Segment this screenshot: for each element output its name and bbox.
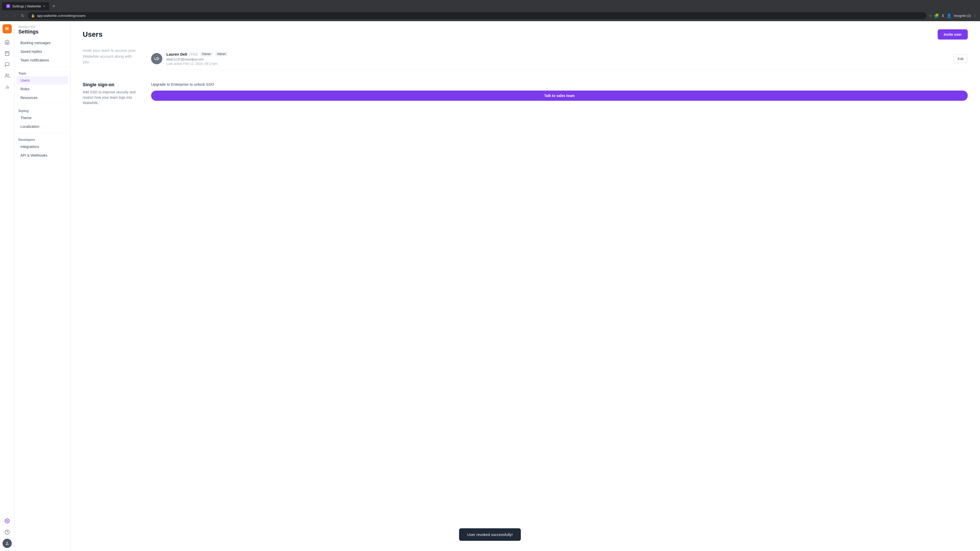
chat-icon: [5, 62, 10, 67]
help-icon: [5, 530, 10, 535]
address-text: app.waitwhile.com/settings/users: [37, 14, 86, 17]
analytics-icon: [5, 84, 10, 89]
sso-section: Single sign-on Add SSO to improve securi…: [83, 82, 968, 106]
users-section: Invite your team to access your Waitwhil…: [83, 48, 968, 70]
sidebar-item-api-webhooks[interactable]: API & Webhooks: [16, 151, 68, 159]
sidebar-divider-2: [14, 104, 70, 104]
sidebar-header: Moodjoy7434 Settings: [14, 25, 70, 39]
sso-desc: Add SSO to improve security and restrict…: [83, 89, 139, 106]
sidebar-section-team: Team: [14, 68, 70, 76]
user-last-active: Last active Feb 12, 2024, 09:17pm: [166, 62, 950, 65]
forward-button[interactable]: →: [11, 12, 18, 19]
user-name-row: Lauren Deli (You) Owner Admin: [166, 52, 950, 56]
reload-button[interactable]: ↻: [19, 12, 26, 19]
tab-title: Settings | Waitwhile: [12, 4, 41, 8]
user-avatar-icon: [5, 541, 10, 546]
owner-badge: Owner: [200, 52, 213, 56]
sidebar-divider-1: [14, 66, 70, 67]
download-icon[interactable]: ⬇: [941, 13, 945, 18]
user-row: LD Lauren Deli (You) Owner Admin ebd11c3…: [151, 48, 968, 70]
talk-to-sales-button[interactable]: Talk to sales team: [151, 91, 968, 101]
browser-chrome: M Settings | Waitwhile × + ← → ↻ 🔒 app.w…: [0, 0, 980, 21]
calendar-icon-btn[interactable]: [3, 49, 12, 58]
profile-icon[interactable]: 👤: [947, 13, 952, 18]
user-info: Lauren Deli (You) Owner Admin ebd11c37@m…: [166, 52, 950, 65]
tab-favicon: M: [6, 4, 10, 8]
sidebar-item-localization[interactable]: Localization: [16, 122, 68, 130]
sidebar-item-roles[interactable]: Roles: [16, 85, 68, 93]
home-icon-btn[interactable]: [3, 38, 12, 47]
calendar-icon: [5, 51, 10, 56]
user-email: ebd11c37@moodjoy.com: [166, 57, 950, 61]
avatar: LD: [151, 53, 162, 64]
incognito-label: Incognito (2): [954, 14, 971, 17]
active-tab[interactable]: M Settings | Waitwhile ×: [2, 2, 49, 10]
admin-badge: Admin: [215, 52, 228, 56]
edit-user-button[interactable]: Edit: [953, 55, 968, 63]
user-you-label: (You): [189, 52, 198, 56]
toast-message: User revoked successfully!: [467, 532, 513, 537]
main-content: Users Invite user Invite your team to ac…: [70, 21, 980, 551]
sso-upgrade-text: Upgrade to Enterprise to unlock SSO: [151, 82, 968, 86]
nav-actions: ☆ 🧩 ⬇ 👤 Incognito (2) ⋮: [928, 13, 977, 18]
svg-point-11: [6, 541, 8, 543]
sso-title: Single sign-on: [83, 82, 139, 87]
nav-arrows: ← → ↻: [3, 12, 26, 19]
user-avatar-btn[interactable]: [3, 539, 12, 548]
svg-rect-0: [5, 52, 9, 56]
address-bar[interactable]: 🔒 app.waitwhile.com/settings/users: [28, 12, 926, 19]
user-name: Lauren Deli: [166, 52, 187, 56]
svg-point-8: [6, 520, 8, 522]
user-description: Invite your team to access your Waitwhil…: [83, 48, 139, 70]
sidebar: Moodjoy7434 Settings Booking messages Sa…: [14, 21, 70, 551]
sidebar-item-team-notifications[interactable]: Team notifications: [16, 56, 68, 64]
sidebar-account: Moodjoy7434: [18, 25, 66, 28]
chat-icon-btn[interactable]: [3, 60, 12, 69]
extensions-icon[interactable]: 🧩: [934, 13, 939, 18]
sidebar-item-saved-replies[interactable]: Saved replies: [16, 48, 68, 56]
icon-bar: M: [0, 21, 14, 551]
sidebar-section-developers: Developers: [14, 135, 70, 143]
menu-icon[interactable]: ⋮: [973, 13, 977, 18]
sso-content: Upgrade to Enterprise to unlock SSO Talk…: [151, 82, 968, 106]
sidebar-item-theme[interactable]: Theme: [16, 114, 68, 122]
sidebar-section-styling: Styling: [14, 106, 70, 114]
analytics-icon-btn[interactable]: [3, 83, 12, 92]
settings-icon: [5, 518, 10, 524]
toast-notification: User revoked successfully!: [459, 528, 521, 541]
sidebar-item-booking-messages[interactable]: Booking messages: [16, 39, 68, 47]
app-logo[interactable]: M: [3, 24, 12, 33]
settings-icon-btn[interactable]: [3, 516, 12, 526]
sidebar-divider-3: [14, 133, 70, 133]
home-icon: [5, 40, 10, 44]
sidebar-title: Settings: [18, 29, 66, 35]
sidebar-item-integrations[interactable]: Integrations: [16, 143, 68, 151]
new-tab-button[interactable]: +: [50, 2, 57, 10]
svg-point-4: [6, 74, 7, 76]
users-icon-btn[interactable]: [3, 71, 12, 80]
sidebar-item-resources[interactable]: Resources: [16, 94, 68, 102]
bookmark-icon[interactable]: ☆: [928, 13, 932, 18]
app: M Moodjoy7434 Settings: [0, 21, 980, 551]
nav-bar: ← → ↻ 🔒 app.waitwhile.com/settings/users…: [0, 10, 980, 21]
invite-user-button[interactable]: Invite user: [938, 29, 968, 40]
back-button[interactable]: ←: [3, 12, 10, 19]
users-icon: [5, 73, 10, 78]
tab-close-button[interactable]: ×: [43, 4, 45, 8]
sso-description: Single sign-on Add SSO to improve securi…: [83, 82, 139, 106]
sidebar-item-users[interactable]: Users: [16, 76, 68, 84]
help-icon-btn[interactable]: [3, 527, 12, 537]
page-title: Users: [83, 30, 103, 38]
tab-bar: M Settings | Waitwhile × +: [0, 0, 980, 10]
page-header: Users Invite user: [83, 29, 968, 40]
user-list: LD Lauren Deli (You) Owner Admin ebd11c3…: [151, 48, 968, 70]
